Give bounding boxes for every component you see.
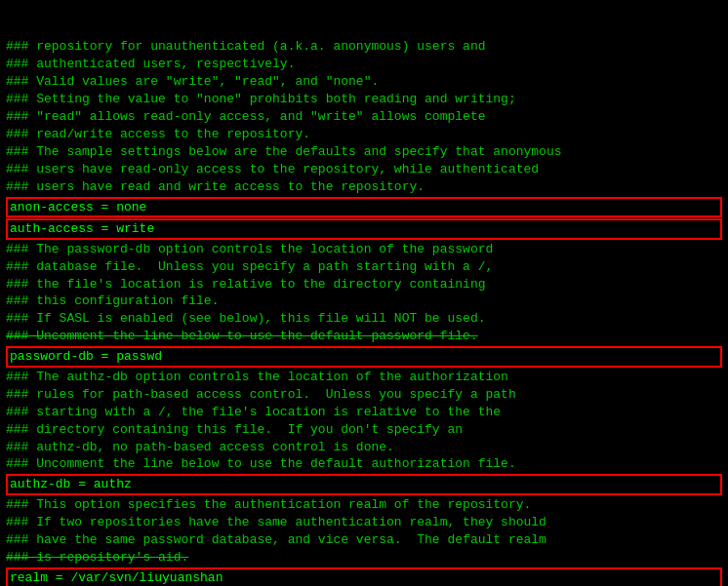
terminal-line: password-db = passwd: [6, 346, 722, 368]
terminal-line: ### The authz-db option controls the loc…: [6, 369, 722, 386]
terminal-line: ### the file's location is relative to t…: [6, 276, 722, 293]
terminal-line: realm = /var/svn/liuyuanshan: [6, 567, 722, 586]
terminal-line: ### database file. Unless you specify a …: [6, 258, 722, 276]
terminal-line: ### Setting the value to "none" prohibit…: [6, 91, 722, 108]
terminal-line: ### The password-db option controls the …: [6, 241, 722, 258]
terminal-line: ### is repository's aid.: [6, 549, 722, 566]
terminal-line: ### users have read and write access to …: [6, 178, 722, 196]
terminal-line: ### directory containing this file. If y…: [6, 421, 722, 439]
terminal-line: ### Uncomment the line below to use the …: [6, 328, 722, 345]
terminal-line: ### repository for unauthenticated (a.k.…: [6, 38, 722, 56]
terminal-line: ### read/write access to the repository.: [6, 126, 722, 143]
terminal-line: ### "read" allows read-only access, and …: [6, 108, 722, 126]
terminal-line: ### have the same password database, and…: [6, 531, 722, 549]
terminal-line: anon-access = none: [6, 197, 722, 218]
terminal-line: ### This option specifies the authentica…: [6, 496, 722, 514]
terminal-window: ### repository for unauthenticated (a.k.…: [0, 0, 728, 586]
terminal-line: ### Valid values are "write", "read", an…: [6, 73, 722, 91]
terminal-line: ### If SASL is enabled (see below), this…: [6, 310, 722, 328]
terminal-line: ### users have read-only access to the r…: [6, 161, 722, 178]
terminal-line: ### starting with a /, the file's locati…: [6, 404, 722, 421]
terminal-content: ### repository for unauthenticated (a.k.…: [6, 38, 722, 586]
terminal-line: ### this configuration file.: [6, 293, 722, 310]
terminal-line: ### Uncomment the line below to use the …: [6, 455, 722, 473]
terminal-line: ### authenticated users, respectively.: [6, 56, 722, 73]
terminal-line: authz-db = authz: [6, 474, 722, 495]
terminal-line: auth-access = write: [6, 218, 722, 240]
terminal-line: ### If two repositories have the same au…: [6, 514, 722, 531]
terminal-line: ### The sample settings below are the de…: [6, 143, 722, 161]
terminal-line: ### rules for path-based access control.…: [6, 386, 722, 404]
terminal-line: ### authz-db, no path-based access contr…: [6, 439, 722, 456]
